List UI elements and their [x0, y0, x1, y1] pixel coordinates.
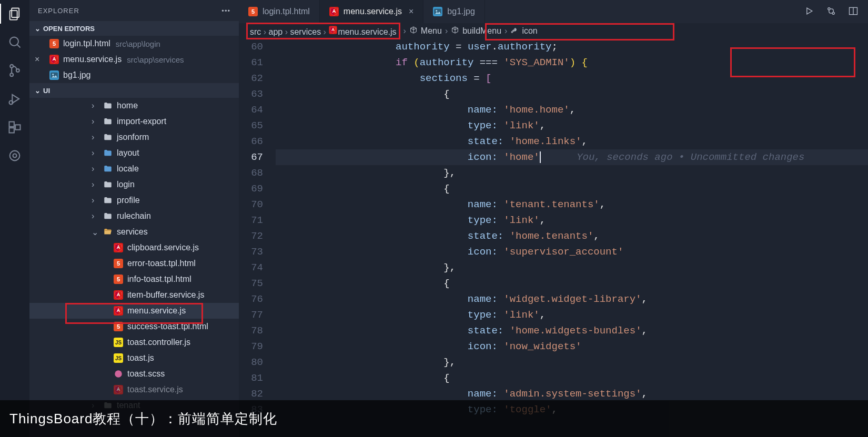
- code-line[interactable]: type: 'link',: [276, 118, 868, 134]
- tree-item-label: services: [117, 227, 148, 237]
- breadcrumb[interactable]: src › app › services › menu.service.js ›…: [239, 23, 868, 39]
- source-control-icon[interactable]: [7, 63, 22, 78]
- files-icon[interactable]: [7, 6, 22, 21]
- svg-point-14: [115, 370, 122, 378]
- tree-item[interactable]: ›profile: [29, 192, 239, 208]
- file-path: src\app\services: [127, 55, 184, 64]
- tree-item[interactable]: ›locale: [29, 161, 239, 177]
- breadcrumb-part[interactable]: Menu: [421, 26, 442, 36]
- chevron-right-icon: ›: [282, 27, 290, 36]
- svg-point-16: [436, 10, 438, 12]
- line-number: 60: [239, 39, 263, 55]
- folder-root-header[interactable]: ⌄UI: [29, 83, 239, 98]
- tree-item[interactable]: ›login: [29, 177, 239, 192]
- tab-label: login.tpl.html: [263, 7, 310, 16]
- code-line[interactable]: type: 'link',: [276, 212, 868, 228]
- tree-item[interactable]: toast.service.js: [29, 382, 239, 398]
- editor-area: 5login.tpl.htmlmenu.service.js×bg1.jpg s…: [239, 0, 868, 437]
- tree-item-label: rulechain: [117, 211, 151, 221]
- explorer-sidebar: EXPLORER ••• ⌄OPEN EDITORS 5login.tpl.ht…: [29, 0, 239, 437]
- tree-item[interactable]: ›home: [29, 98, 239, 114]
- tree-item[interactable]: clipboard.service.js: [29, 240, 239, 256]
- code-line[interactable]: sections = [: [276, 70, 868, 86]
- code-line[interactable]: },: [276, 165, 868, 181]
- editor-tabs: 5login.tpl.htmlmenu.service.js×bg1.jpg: [239, 0, 868, 23]
- tree-item[interactable]: JStoast.controller.js: [29, 334, 239, 350]
- tree-item[interactable]: menu.service.js: [29, 303, 239, 319]
- tree-item[interactable]: toast.scss: [29, 366, 239, 382]
- code-line[interactable]: },: [276, 260, 868, 276]
- split-editor-icon[interactable]: [848, 6, 859, 18]
- close-icon[interactable]: ×: [35, 55, 43, 64]
- line-number: 73: [239, 244, 263, 260]
- breadcrumb-part[interactable]: app: [269, 27, 283, 36]
- search-icon[interactable]: [7, 35, 22, 49]
- tree-item[interactable]: ⌄services: [29, 224, 239, 240]
- tree-item-label: locale: [117, 164, 139, 174]
- code-line[interactable]: authority = user.authority;: [276, 39, 868, 55]
- code-line[interactable]: name: 'tenant.tenants',: [276, 197, 868, 212]
- code-line[interactable]: {: [276, 276, 868, 291]
- tree-item[interactable]: JStoast.js: [29, 350, 239, 366]
- line-number: 82: [239, 386, 263, 402]
- close-icon[interactable]: ×: [409, 7, 413, 16]
- line-number: 63: [239, 86, 263, 102]
- html5-icon: 5: [49, 39, 59, 48]
- compare-icon[interactable]: [826, 6, 836, 18]
- line-number: 71: [239, 212, 263, 228]
- tree-item[interactable]: ›import-export: [29, 114, 239, 129]
- open-editor-item[interactable]: 5login.tpl.htmlsrc\app\login: [29, 36, 239, 52]
- open-editor-item[interactable]: ×menu.service.jssrc\app\services: [29, 52, 239, 67]
- editor-tab[interactable]: 5login.tpl.html: [239, 0, 320, 23]
- file-name: menu.service.js: [63, 55, 122, 64]
- gitlens-icon[interactable]: [7, 148, 22, 163]
- tree-item-label: toast.service.js: [127, 385, 183, 394]
- code-line[interactable]: state: 'home.widgets-bundles',: [276, 323, 868, 339]
- code-line[interactable]: type: 'link',: [276, 307, 868, 323]
- open-editor-item[interactable]: bg1.jpg: [29, 67, 239, 83]
- editor-tab[interactable]: menu.service.js×: [320, 0, 424, 23]
- code-line[interactable]: name: 'admin.system-settings',: [276, 386, 868, 402]
- tree-item-label: toast.scss: [127, 369, 165, 379]
- tree-item[interactable]: ›layout: [29, 145, 239, 161]
- code-line[interactable]: {: [276, 370, 868, 386]
- chevron-right-icon: ›: [261, 27, 268, 36]
- line-number: 70: [239, 197, 263, 212]
- code-line[interactable]: icon: 'supervisor_account': [276, 244, 868, 260]
- tree-item[interactable]: ›jsonform: [29, 129, 239, 145]
- code-line[interactable]: },: [276, 354, 868, 370]
- folder-icon: [103, 211, 113, 221]
- tree-item-label: layout: [117, 148, 139, 158]
- code-line[interactable]: name: 'widget.widget-library',: [276, 291, 868, 307]
- code-line[interactable]: name: 'home.home',: [276, 102, 868, 118]
- tree-item[interactable]: 5error-toast.tpl.html: [29, 256, 239, 271]
- more-icon[interactable]: •••: [221, 7, 230, 15]
- code-editor[interactable]: 6061626364656667686970717273747576777879…: [239, 39, 868, 437]
- tree-item[interactable]: 5info-toast.tpl.html: [29, 271, 239, 287]
- code-line[interactable]: if (authority === 'SYS_ADMIN') {: [276, 55, 868, 70]
- breadcrumb-part[interactable]: buildMenu: [462, 26, 501, 36]
- debug-icon[interactable]: [7, 92, 22, 106]
- breadcrumb-part[interactable]: menu.service.js: [338, 27, 396, 36]
- code-line[interactable]: state: 'home.tenants',: [276, 228, 868, 244]
- code-content[interactable]: authority = user.authority; if (authorit…: [276, 39, 868, 437]
- breadcrumb-part[interactable]: services: [290, 27, 321, 36]
- editor-tab[interactable]: bg1.jpg: [423, 0, 485, 23]
- svg-point-17: [828, 7, 830, 9]
- code-line[interactable]: icon: 'home' You, seconds ago • Uncommit…: [276, 149, 868, 165]
- line-gutter: 6061626364656667686970717273747576777879…: [239, 39, 276, 437]
- tree-item[interactable]: ›rulechain: [29, 208, 239, 224]
- extensions-icon[interactable]: [7, 120, 22, 135]
- run-icon[interactable]: [804, 6, 814, 18]
- code-line[interactable]: icon: 'now_widgets': [276, 339, 868, 354]
- code-line[interactable]: state: 'home.links',: [276, 134, 868, 149]
- open-editors-header[interactable]: ⌄OPEN EDITORS: [29, 21, 239, 36]
- tree-item[interactable]: item-buffer.service.js: [29, 287, 239, 303]
- breadcrumb-part[interactable]: icon: [522, 26, 537, 36]
- angular-icon: [114, 306, 123, 316]
- breadcrumb-part[interactable]: src: [250, 27, 261, 36]
- code-line[interactable]: {: [276, 181, 868, 197]
- tree-item[interactable]: 5success-toast.tpl.html: [29, 319, 239, 334]
- tree-item-label: jsonform: [117, 133, 149, 142]
- code-line[interactable]: {: [276, 86, 868, 102]
